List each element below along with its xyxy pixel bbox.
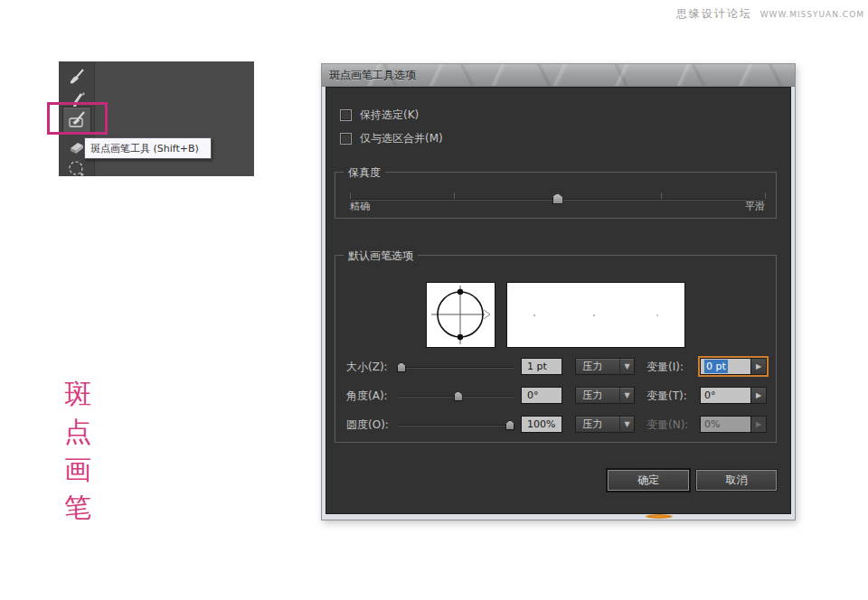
caption-char: 笔 — [60, 489, 96, 527]
keep-selected-checkbox-row[interactable]: 保持选定(K) — [340, 108, 419, 122]
blob-brush-options-dialog: 斑点画笔工具选项 保持选定(K) 仅与选区合并(M) 保真度 精确 平 — [321, 63, 796, 520]
orange-mark — [646, 514, 673, 519]
roundness-pressure-dropdown[interactable]: 压力 ▼ — [575, 416, 635, 433]
fidelity-group: 保真度 精确 平滑 — [335, 172, 777, 219]
angle-slider-thumb[interactable] — [454, 391, 463, 401]
dialog-titlebar[interactable]: 斑点画笔工具选项 — [322, 64, 795, 87]
size-slider-thumb[interactable] — [397, 362, 406, 372]
caption-char: 斑 — [60, 375, 96, 413]
stepper-right-icon: ▶ — [751, 416, 767, 433]
size-row: 大小(Z): 1 pt 压力 ▼ 变量(I): 0 pt ▶ — [346, 358, 769, 376]
slider-tick — [350, 192, 351, 199]
roundness-variation-label: 变量(N): — [646, 417, 688, 433]
fidelity-slider-thumb[interactable] — [552, 193, 563, 204]
roundness-variation-field: 0% — [700, 416, 751, 433]
roundness-slider-thumb[interactable] — [505, 420, 514, 430]
size-slider[interactable] — [398, 361, 514, 372]
cancel-button[interactable]: 取消 — [696, 470, 777, 491]
angle-row: 角度(A): 0° 压力 ▼ 变量(T): 0° ▶ — [346, 387, 769, 405]
roundness-row: 圆度(O): 100% 压力 ▼ 变量(N): 0% ▶ — [346, 416, 769, 434]
caption-char: 画 — [60, 451, 96, 489]
merge-with-selection-checkbox-row[interactable]: 仅与选区合并(M) — [340, 131, 443, 145]
brush-options-group-label: 默认画笔选项 — [344, 248, 418, 264]
roundness-slider-track[interactable] — [398, 425, 514, 427]
caption-char: 点 — [60, 413, 96, 451]
tool-tooltip: 斑点画笔工具 (Shift+B) — [84, 137, 212, 159]
ok-button[interactable]: 确定 — [608, 470, 689, 491]
roundness-slider[interactable] — [398, 419, 514, 430]
page-caption: 斑 点 画 笔 — [60, 375, 96, 527]
roundness-variation-input-group: 0% ▶ — [700, 416, 767, 433]
checkbox-label: 保持选定(K) — [360, 108, 419, 123]
angle-label: 角度(A): — [346, 389, 388, 404]
site-name: 思缘设计论坛 — [676, 6, 752, 22]
size-variation-field[interactable]: 0 pt — [700, 358, 751, 375]
fidelity-accurate-label: 精确 — [350, 200, 370, 213]
slider-tick — [765, 192, 766, 199]
checkbox-unchecked-icon[interactable] — [340, 133, 352, 145]
tooltip-text: 斑点画笔工具 (Shift+B) — [90, 142, 199, 155]
slider-tick — [454, 192, 455, 199]
size-pressure-dropdown[interactable]: 压力 ▼ — [575, 358, 635, 375]
stepper-right-icon[interactable]: ▶ — [751, 387, 767, 404]
chevron-down-icon: ▼ — [619, 359, 634, 374]
site-watermark: 思缘设计论坛 WWW.MISSYUAN.COM — [676, 6, 864, 22]
fidelity-group-label: 保真度 — [344, 165, 385, 181]
default-brush-options-group: 默认画笔选项 — [335, 255, 777, 443]
angle-pressure-dropdown[interactable]: 压力 ▼ — [575, 387, 635, 404]
roundness-label: 圆度(O): — [346, 417, 389, 433]
angle-variation-input-group: 0° ▶ — [700, 387, 767, 404]
brush-stroke-preview — [506, 282, 685, 348]
size-label: 大小(Z): — [346, 360, 388, 375]
size-value-field[interactable]: 1 pt — [521, 358, 562, 375]
paintbrush-tool-button[interactable] — [66, 67, 88, 89]
rotate-icon — [67, 160, 87, 176]
size-slider-track[interactable] — [398, 367, 514, 369]
stepper-right-icon[interactable]: ▶ — [751, 358, 767, 375]
rotate-tool-button[interactable] — [66, 159, 88, 176]
checkbox-unchecked-icon[interactable] — [340, 109, 352, 121]
dialog-title: 斑点画笔工具选项 — [329, 64, 416, 86]
size-variation-label: 变量(I): — [646, 360, 684, 375]
chevron-down-icon: ▼ — [619, 388, 634, 403]
dialog-body: 保持选定(K) 仅与选区合并(M) 保真度 精确 平滑 默认画笔选项 — [326, 87, 791, 514]
paintbrush-icon — [67, 68, 87, 88]
angle-variation-field[interactable]: 0° — [700, 387, 751, 404]
fidelity-smooth-label: 平滑 — [745, 200, 765, 213]
checkbox-label: 仅与选区合并(M) — [360, 131, 443, 146]
angle-variation-label: 变量(T): — [646, 389, 687, 404]
slider-tick — [661, 192, 662, 199]
roundness-value-field[interactable]: 100% — [521, 416, 562, 433]
chevron-down-icon: ▼ — [619, 417, 634, 432]
size-variation-input-group: 0 pt ▶ — [700, 358, 767, 375]
fidelity-slider[interactable] — [350, 191, 765, 203]
annotation-highlight-rectangle — [47, 102, 108, 135]
angle-slider[interactable] — [398, 390, 514, 401]
brush-angle-preview[interactable] — [426, 282, 495, 348]
angle-value-field[interactable]: 0° — [521, 387, 562, 404]
site-url: WWW.MISSYUAN.COM — [760, 10, 864, 19]
